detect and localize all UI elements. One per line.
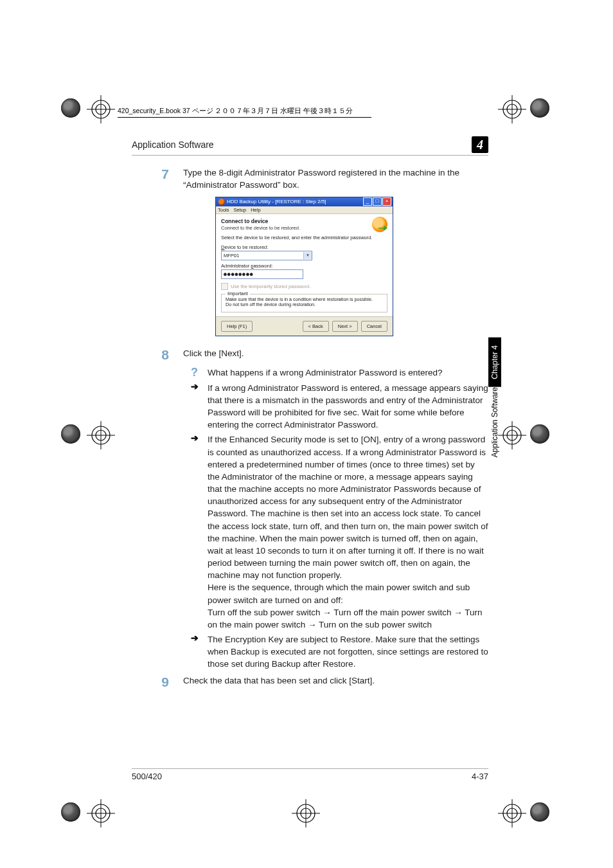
dialog-instruction: Select the device to be restored, and en…	[221, 235, 387, 240]
step-8-question: What happens if a wrong Administrator Pa…	[208, 366, 488, 379]
crop-mark-icon	[498, 421, 526, 449]
step-number-9: 9	[132, 675, 183, 689]
maximize-button[interactable]: □	[373, 197, 382, 206]
step-8-answer-3: The Encryption Key are subject to Restor…	[208, 633, 488, 670]
page-section-title: Application Software	[132, 140, 214, 150]
registration-disc	[61, 98, 80, 118]
page-footer: 500/420 4-37	[132, 768, 488, 781]
step-8-answer-2: If the Enhanced Security mode is set to …	[208, 433, 488, 631]
question-icon: ?	[191, 366, 208, 379]
next-button[interactable]: Next >	[332, 321, 358, 332]
step-7-text: Type the 8-digit Administrator Password …	[183, 167, 488, 192]
device-label: Device to be restored:	[221, 244, 387, 250]
device-select[interactable]: MFP01 ▼	[221, 251, 312, 260]
source-meta-line: 420_security_E.book 37 ページ ２００７年３月７日 水曜日…	[118, 107, 371, 118]
app-icon	[218, 199, 225, 205]
step-number-7: 7	[132, 167, 183, 192]
chevron-down-icon[interactable]: ▼	[303, 252, 312, 259]
dialog-subheading: Connect to the device to be restored.	[221, 225, 387, 231]
footer-left: 500/420	[132, 772, 162, 781]
use-stored-password-label: Use the temporarily stored password.	[231, 284, 310, 289]
hdd-backup-dialog: HDD Backup Utility - [RESTORE : Step 2/5…	[215, 197, 393, 336]
admin-password-input[interactable]: ●●●●●●●●	[221, 269, 303, 279]
side-tab: Chapter 4 Application Software	[488, 338, 502, 465]
registration-disc	[530, 424, 549, 444]
crop-mark-icon	[292, 799, 320, 827]
crop-mark-icon	[87, 421, 115, 449]
step-8-answer-1: If a wrong Administrator Password is ent…	[208, 382, 488, 431]
side-section-label: Application Software	[490, 387, 499, 465]
important-msg-2: Do not turn off the device during restor…	[226, 302, 383, 308]
arrow-icon: ➔	[191, 433, 208, 631]
menu-tools[interactable]: Tools	[218, 207, 229, 213]
crop-mark-icon	[498, 799, 526, 827]
footer-right: 4-37	[472, 772, 488, 781]
arrow-icon: ➔	[191, 633, 208, 670]
restore-icon	[372, 217, 387, 232]
help-button[interactable]: Help (F1)	[221, 321, 253, 332]
header-rule	[132, 155, 488, 156]
dialog-menubar: Tools Setup Help	[216, 206, 393, 214]
important-group: Important Make sure that the device is i…	[221, 294, 387, 312]
arrow-icon: ➔	[191, 382, 208, 431]
use-stored-password-checkbox	[221, 283, 228, 290]
cancel-button[interactable]: Cancel	[361, 321, 387, 332]
step-number-8: 8	[132, 348, 183, 361]
close-button[interactable]: ×	[382, 197, 391, 206]
registration-disc	[530, 98, 549, 118]
back-button[interactable]: < Back	[303, 321, 329, 332]
crop-mark-icon	[498, 95, 526, 123]
registration-disc	[61, 802, 80, 822]
registration-disc	[61, 424, 80, 444]
side-chapter-label: Chapter 4	[488, 338, 501, 387]
step-8-text: Click the [Next].	[183, 348, 488, 361]
menu-help[interactable]: Help	[251, 207, 260, 213]
password-label: Administrator password:	[221, 263, 387, 269]
chapter-badge: 4	[472, 136, 488, 153]
crop-mark-icon	[87, 95, 115, 123]
crop-mark-icon	[87, 799, 115, 827]
minimize-button[interactable]: _	[363, 197, 372, 206]
menu-setup[interactable]: Setup	[234, 207, 247, 213]
dialog-titlebar: HDD Backup Utility - [RESTORE : Step 2/5…	[216, 197, 393, 206]
important-legend: Important	[226, 291, 250, 296]
device-select-value: MFP01	[222, 253, 303, 258]
registration-disc	[530, 802, 549, 822]
step-9-text: Check the data that has been set and cli…	[183, 675, 488, 689]
dialog-title: HDD Backup Utility - [RESTORE : Step 2/5…	[227, 199, 362, 204]
dialog-heading: Connect to device	[221, 218, 387, 224]
admin-password-value: ●●●●●●●●	[224, 271, 254, 277]
